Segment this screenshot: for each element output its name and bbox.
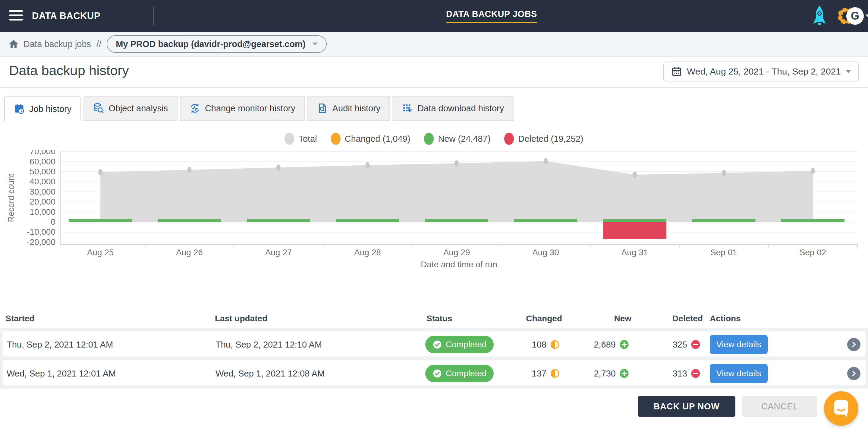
svg-text:Aug 27: Aug 27 [265,248,292,257]
breadcrumb-root-link[interactable]: Data backup jobs [24,39,91,49]
col-header-changed: Changed [526,314,562,323]
deleted-cell: 313 [673,360,701,387]
changed-cell: 137 [532,360,560,387]
started-cell: Thu, Sep 2, 2021 12:01 AM [7,331,113,358]
tab-audit-history[interactable]: Audit history [307,96,390,121]
started-cell: Wed, Sep 1, 2021 12:01 AM [7,360,116,387]
new-cell: 2,730 [594,360,629,387]
chevron-right-icon [850,370,858,377]
col-header-actions: Actions [710,314,741,323]
deleted-value: 313 [673,369,687,379]
legend-label: Total [299,134,317,144]
svg-text:Sep 01: Sep 01 [710,248,737,257]
col-header-last-updated: Last updated [215,314,267,323]
breadcrumb-separator: // [96,39,101,49]
svg-text:Date and time of run: Date and time of run [421,260,497,269]
caret-down-icon [846,70,851,73]
menu-icon[interactable] [9,10,23,22]
job-runs-table: Started Last updated Status Changed New … [0,308,868,389]
tab-object-analysis[interactable]: Object analysis [84,96,178,121]
document-search-icon [317,103,328,114]
back-up-now-button[interactable]: BACK UP NOW [638,396,735,417]
svg-text:Aug 25: Aug 25 [87,248,114,257]
tab-change-monitor-history[interactable]: Change monitor history [180,96,305,121]
chart-area: Total Changed (1,049) New (24,487) Delet… [0,121,868,278]
chart-legend: Total Changed (1,049) New (24,487) Delet… [0,121,868,145]
svg-text:Aug 31: Aug 31 [621,248,648,257]
deleted-cell: 325 [673,331,701,358]
changed-value: 137 [532,369,547,379]
table-row: Thu, Sep 2, 2021 12:01 AM Thu, Sep 2, 20… [2,331,866,357]
backup-history-chart: 70,00060,00050,00040,00030,00020,00010,0… [0,150,868,276]
legend-item-total: Total [284,133,317,145]
calendar-clock-icon [14,104,25,114]
view-details-button[interactable]: View details [710,364,768,383]
tab-job-history[interactable]: Job history [4,96,81,121]
svg-text:Aug 26: Aug 26 [176,248,203,257]
legend-label: Deleted (19,252) [518,134,583,144]
date-range-picker[interactable]: Wed, Aug 25, 2021 - Thu, Sep 2, 2021 [663,61,859,82]
new-cell: 2,689 [594,331,629,358]
changed-cell: 108 [532,331,560,358]
last-updated-cell: Thu, Sep 2, 2021 12:10 AM [216,331,322,358]
rocket-icon[interactable] [811,5,828,27]
database-search-icon [93,103,104,114]
status-badge: Completed [425,365,494,382]
check-circle-icon [433,340,442,349]
avatar-initial: G [851,10,859,22]
job-selector-label: My PROD backup (davidr-prod@gearset.com) [116,39,305,49]
home-icon[interactable] [8,39,19,49]
tab-label: Change monitor history [205,104,296,113]
new-value: 2,689 [594,340,616,350]
col-header-deleted: Deleted [673,314,703,323]
svg-text:Sep 02: Sep 02 [800,248,827,257]
changed-half-circle-icon [550,340,560,349]
chat-launcher[interactable] [824,391,858,426]
status-label: Completed [446,340,487,349]
legend-swatch-new [424,133,434,145]
deleted-value: 325 [673,340,687,350]
svg-text:Aug 28: Aug 28 [354,248,381,257]
legend-label: Changed (1,049) [345,134,410,144]
legend-swatch-deleted [504,133,514,145]
row-expand-button[interactable] [847,367,861,380]
nav-link-data-backup-jobs[interactable]: DATA BACKUP JOBS [446,0,537,32]
svg-text:70,000: 70,000 [30,150,56,156]
active-nav-underline [446,22,537,23]
col-header-new: New [614,314,631,323]
legend-swatch-changed [331,133,341,145]
legend-label: New (24,487) [438,134,490,144]
user-menu[interactable]: G [837,6,868,26]
last-updated-cell: Wed, Sep 1, 2021 12:08 AM [216,360,324,387]
tab-label: Audit history [333,104,381,113]
changed-half-circle-icon [550,369,560,378]
table-header: Started Last updated Status Changed New … [0,308,868,328]
svg-text:60,000: 60,000 [30,157,56,166]
svg-text:Aug 30: Aug 30 [532,248,559,257]
legend-item-changed: Changed (1,049) [331,133,410,145]
app-title: DATA BACKUP [32,0,100,32]
date-range-label: Wed, Aug 25, 2021 - Thu, Sep 2, 2021 [687,66,841,77]
col-header-status: Status [427,314,453,323]
nav-link-label: DATA BACKUP JOBS [446,9,537,19]
svg-text:50,000: 50,000 [30,167,56,176]
view-details-button[interactable]: View details [710,335,768,354]
plus-circle-icon [619,369,629,378]
col-header-started: Started [5,314,34,323]
row-expand-button[interactable] [847,338,861,351]
tab-label: Job history [29,104,71,114]
tab-label: Data download history [417,104,504,113]
cancel-button[interactable]: CANCEL [742,396,817,417]
svg-text:Aug 29: Aug 29 [443,248,470,257]
table-body: Thu, Sep 2, 2021 12:01 AM Thu, Sep 2, 20… [0,328,868,389]
data-download-icon [402,103,413,114]
changed-value: 108 [532,340,547,350]
caret-down-icon [312,42,318,46]
tab-data-download-history[interactable]: Data download history [393,96,514,121]
job-selector-dropdown[interactable]: My PROD backup (davidr-prod@gearset.com) [107,35,327,53]
caret-down-icon [866,15,868,18]
svg-text:20,000: 20,000 [30,197,56,206]
legend-item-deleted: Deleted (19,252) [504,133,583,145]
change-monitor-icon [190,103,200,114]
check-circle-icon [433,369,442,378]
